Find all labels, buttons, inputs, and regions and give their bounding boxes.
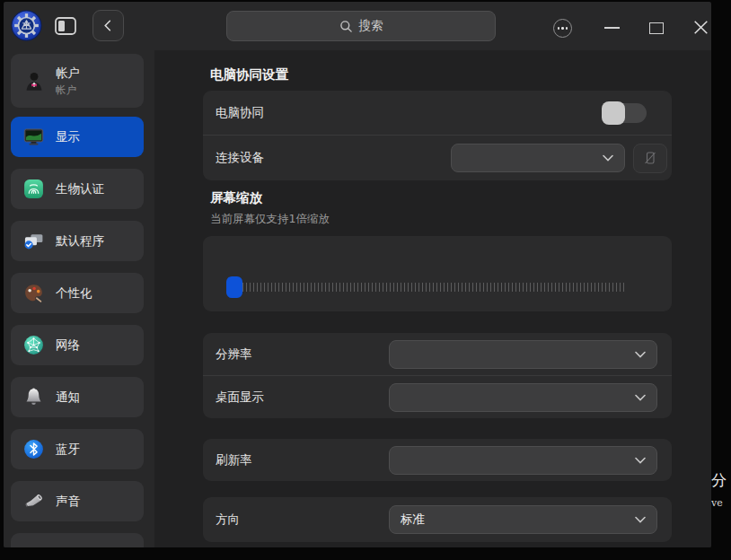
sidebar-item-accounts[interactable]: 帐户 帐户 (11, 54, 144, 108)
scaling-slider-track[interactable] (242, 283, 625, 292)
sidebar-item-label: 帐户 (56, 66, 80, 82)
app-gear-icon (11, 10, 42, 41)
window-menu-button[interactable] (553, 19, 572, 38)
orientation-card: 方向 标准 (203, 497, 672, 542)
collab-toggle-row: 电脑协同 (203, 91, 672, 135)
desktop-display-label: 桌面显示 (216, 389, 264, 406)
sidebar-item-label: 蓝牙 (56, 442, 80, 458)
sidebar-item-biometric[interactable]: 生物认证 (11, 169, 144, 209)
speaker-icon (22, 490, 45, 512)
phone-disconnect-icon (642, 150, 658, 166)
chevron-down-icon (603, 154, 613, 162)
search-placeholder: 搜索 (359, 18, 383, 34)
sidebar-item-personalization[interactable]: 个性化 (11, 273, 144, 313)
default-apps-icon (22, 230, 45, 252)
ellipsis-icon (558, 27, 559, 29)
bluetooth-icon (22, 438, 45, 460)
scaling-section-heading: 屏幕缩放 (210, 189, 672, 206)
scaling-slider-handle[interactable] (226, 276, 242, 298)
desktop-display-dropdown[interactable] (389, 383, 657, 412)
sidebar-item-label: 生物认证 (56, 181, 104, 197)
display-settings-page: 电脑协同设置 电脑协同 连接设备 (154, 50, 711, 547)
resolution-dropdown[interactable] (389, 340, 657, 369)
toggle-knob (602, 101, 625, 125)
chevron-down-icon (635, 351, 646, 358)
back-button[interactable] (92, 10, 124, 41)
sidebar-item-label: 声音 (56, 494, 80, 510)
sidebar-item-label: 网络 (56, 337, 80, 354)
sidebar-toggle-icon[interactable] (55, 17, 76, 35)
refresh-rate-dropdown[interactable] (389, 446, 657, 475)
display-monitor-icon (22, 126, 45, 148)
resolution-label: 分辨率 (216, 346, 252, 363)
chevron-left-icon (101, 19, 115, 32)
sidebar-item-label: 通知 (56, 389, 80, 406)
desktop-display-row: 桌面显示 (203, 376, 672, 418)
control-center-window: 搜索 帐户 帐户 (4, 2, 711, 547)
refresh-rate-row: 刷新率 (203, 439, 672, 481)
scaling-slider-card (203, 236, 672, 311)
sidebar-item-display[interactable]: 显示 (11, 117, 144, 157)
sidebar-item-label: 默认程序 (56, 233, 104, 249)
resolution-card: 分辨率 桌面显示 (203, 333, 672, 418)
connect-device-dropdown[interactable] (451, 144, 625, 172)
refresh-rate-card: 刷新率 (203, 439, 672, 481)
search-icon (339, 20, 353, 33)
bell-icon (22, 386, 45, 408)
collab-toggle-label: 电脑协同 (216, 105, 264, 121)
connect-device-row: 连接设备 (203, 136, 672, 180)
collab-card: 电脑协同 连接设备 (203, 91, 672, 180)
palette-icon (22, 282, 45, 304)
refresh-rate-label: 刷新率 (216, 452, 252, 468)
titlebar: 搜索 (4, 2, 711, 50)
desktop-text-line2: ve (711, 497, 731, 509)
sidebar-item-network[interactable]: 网络 (11, 325, 144, 365)
chevron-down-icon (635, 394, 646, 401)
fingerprint-icon (22, 178, 45, 200)
sidebar-item-notifications[interactable]: 通知 (11, 377, 144, 417)
sidebar-item-default-apps[interactable]: 默认程序 (11, 221, 144, 261)
sidebar-item-label: 显示 (56, 129, 80, 145)
connect-device-label: 连接设备 (216, 150, 264, 166)
desktop-text-fragment: 分 ve (711, 470, 731, 509)
resolution-row: 分辨率 (203, 333, 672, 375)
chevron-down-icon (635, 457, 646, 464)
orientation-row: 方向 标准 (203, 497, 672, 542)
orientation-label: 方向 (216, 512, 240, 528)
disconnect-device-button[interactable] (633, 144, 667, 173)
collab-toggle-switch[interactable] (602, 103, 647, 123)
search-input[interactable]: 搜索 (226, 11, 496, 41)
sidebar-item-label: 个性化 (56, 285, 92, 302)
user-avatar-icon (22, 70, 45, 92)
network-globe-icon (22, 334, 45, 356)
sidebar: 帐户 帐户 显示 (4, 50, 154, 547)
collab-section-heading: 电脑协同设置 (210, 66, 672, 83)
close-icon (691, 18, 710, 37)
scaling-note: 当前屏幕仅支持1倍缩放 (210, 212, 672, 227)
orientation-dropdown[interactable]: 标准 (389, 505, 657, 534)
chevron-down-icon (635, 516, 646, 523)
close-button[interactable] (691, 18, 710, 37)
maximize-button[interactable] (649, 22, 664, 34)
minimize-button[interactable] (604, 27, 620, 29)
sidebar-item-bluetooth[interactable]: 蓝牙 (11, 429, 144, 469)
orientation-value: 标准 (401, 512, 425, 528)
sidebar-item-sublabel: 帐户 (56, 83, 80, 97)
desktop-text-line1: 分 (711, 470, 731, 490)
sidebar-item-partial[interactable] (11, 533, 144, 547)
sidebar-item-sound[interactable]: 声音 (11, 481, 144, 521)
